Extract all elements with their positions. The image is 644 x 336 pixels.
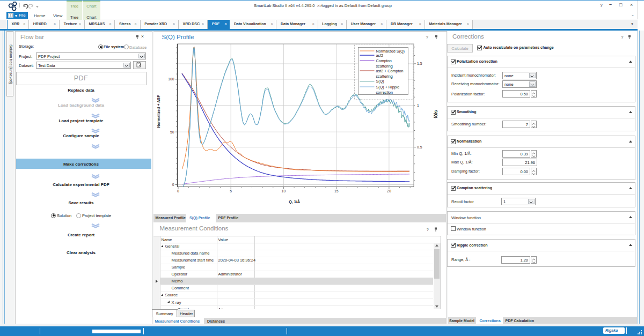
- svg-text:S(Q): S(Q): [376, 79, 384, 84]
- svg-text:1: 1: [417, 103, 419, 107]
- svg-text:10: 10: [281, 189, 286, 192]
- svg-text:0: 0: [177, 189, 179, 192]
- svg-text:Normalized + ASF: Normalized + ASF: [156, 94, 161, 128]
- svg-text:15: 15: [334, 189, 338, 192]
- svg-text:asf2: asf2: [376, 53, 383, 57]
- svg-text:asf2 + Compton: asf2 + Compton: [376, 68, 403, 73]
- svg-text:0: 0: [172, 182, 174, 186]
- svg-text:5: 5: [230, 189, 232, 192]
- svg-text:20: 20: [387, 189, 391, 192]
- svg-text:100: 100: [168, 77, 174, 81]
- svg-text:S(Q): S(Q): [434, 110, 438, 118]
- svg-text:0.5: 0.5: [417, 145, 422, 149]
- svg-text:Q, 1/Å: Q, 1/Å: [289, 199, 300, 204]
- svg-text:50: 50: [170, 130, 174, 133]
- svg-text:S(Q) + Ripple: S(Q) + Ripple: [376, 84, 399, 89]
- svg-text:Compton: Compton: [376, 58, 391, 63]
- svg-text:correction: correction: [376, 89, 393, 94]
- svg-text:scattering: scattering: [376, 63, 392, 68]
- svg-text:scattering: scattering: [376, 73, 392, 78]
- svg-text:1.5: 1.5: [417, 62, 422, 65]
